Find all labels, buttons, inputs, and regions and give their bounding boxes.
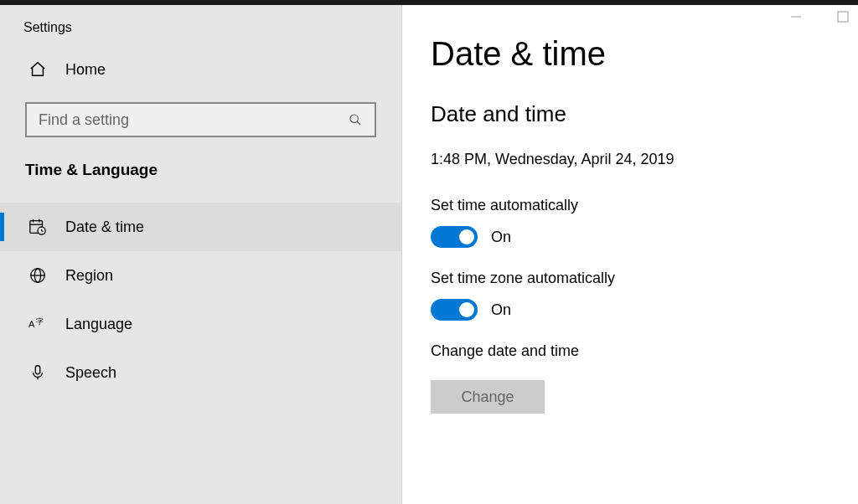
set-tz-auto-state: On xyxy=(491,301,511,319)
sidebar-item-region[interactable]: Region xyxy=(0,251,401,300)
set-tz-auto-toggle-row: On xyxy=(431,299,858,321)
set-time-auto-toggle[interactable] xyxy=(431,226,478,248)
search-input-container[interactable] xyxy=(25,102,376,137)
set-time-auto-state: On xyxy=(491,229,511,246)
setting-set-time-auto: Set time automatically On xyxy=(431,197,858,248)
svg-rect-14 xyxy=(35,366,40,374)
svg-point-0 xyxy=(350,115,358,122)
globe-icon xyxy=(28,266,47,285)
svg-text:字: 字 xyxy=(36,317,44,326)
sidebar-item-language[interactable]: A 字 Language xyxy=(0,300,401,348)
home-button[interactable]: Home xyxy=(0,52,401,87)
svg-line-1 xyxy=(357,121,360,125)
window-title: Settings xyxy=(0,13,401,52)
set-tz-auto-toggle[interactable] xyxy=(431,299,478,321)
sidebar-item-speech[interactable]: Speech xyxy=(0,348,401,397)
toggle-knob xyxy=(459,302,474,317)
sidebar-item-label: Language xyxy=(65,316,132,333)
minimize-button[interactable] xyxy=(789,10,803,23)
maximize-button[interactable] xyxy=(836,10,850,23)
category-title: Time & Language xyxy=(0,161,401,203)
sidebar-item-label: Region xyxy=(65,267,113,285)
set-time-auto-label: Set time automatically xyxy=(431,197,858,214)
calendar-clock-icon xyxy=(28,218,47,236)
svg-rect-17 xyxy=(838,12,848,22)
search-icon xyxy=(348,112,363,127)
search-input[interactable] xyxy=(39,111,348,129)
setting-change-datetime: Change date and time Change xyxy=(431,342,858,414)
language-icon: A 字 xyxy=(28,315,47,333)
setting-set-tz-auto: Set time zone automatically On xyxy=(431,270,858,321)
microphone-icon xyxy=(28,363,47,382)
page-title: Date & time xyxy=(431,35,858,73)
svg-line-8 xyxy=(42,231,44,232)
change-datetime-label: Change date and time xyxy=(431,342,858,360)
set-time-auto-toggle-row: On xyxy=(431,226,858,248)
change-button[interactable]: Change xyxy=(431,380,545,414)
section-title: Date and time xyxy=(431,101,858,127)
home-label: Home xyxy=(65,61,106,79)
home-icon xyxy=(28,60,47,79)
window-controls xyxy=(789,10,850,23)
toggle-knob xyxy=(459,229,474,244)
sidebar-item-label: Speech xyxy=(65,364,116,382)
current-datetime: 1:48 PM, Wednesday, April 24, 2019 xyxy=(431,151,858,168)
svg-text:A: A xyxy=(28,319,35,329)
main-content: Date & time Date and time 1:48 PM, Wedne… xyxy=(402,5,858,504)
sidebar-item-label: Date & time xyxy=(65,219,144,236)
sidebar-item-date-time[interactable]: Date & time xyxy=(0,203,401,251)
sidebar: Settings Home Time & Language xyxy=(0,5,402,504)
settings-window: Settings Home Time & Language xyxy=(0,5,858,504)
set-tz-auto-label: Set time zone automatically xyxy=(431,270,858,287)
